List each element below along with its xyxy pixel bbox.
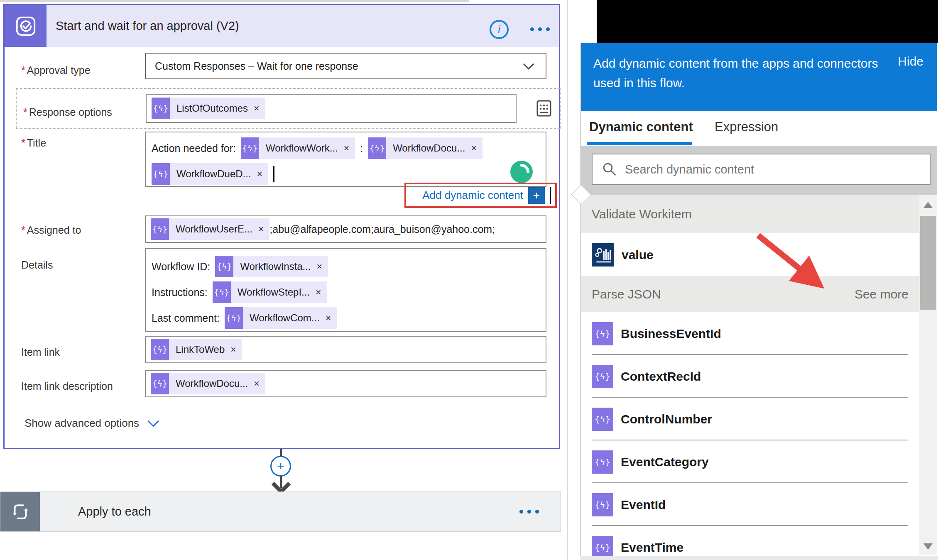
dynamic-token-icon: {ϟ} bbox=[368, 137, 386, 159]
search-input[interactable] bbox=[624, 162, 916, 177]
power-automate-designer: Start and wait for an approval (V2) i *A… bbox=[0, 0, 938, 560]
approval-type-value: Custom Responses – Wait for one response bbox=[146, 60, 358, 72]
item-link-description-input[interactable]: {ϟ}WorkflowDocu...× bbox=[145, 370, 546, 397]
dynamic-token-icon: {ϟ} bbox=[151, 373, 169, 394]
redacted-region bbox=[597, 0, 938, 43]
dynamic-token-icon: {ϟ} bbox=[241, 137, 259, 159]
title-chip-2[interactable]: {ϟ} WorkflowDocu... × bbox=[368, 137, 482, 159]
finops-connector-icon bbox=[592, 243, 614, 267]
response-options-input[interactable]: {ϟ} ListOfOutcomes × bbox=[146, 94, 517, 123]
show-advanced-options[interactable]: Show advanced options bbox=[24, 417, 160, 430]
apply-to-each-title: Apply to each bbox=[78, 505, 151, 518]
response-options-group: *Response options {ϟ} ListOfOutcomes × bbox=[16, 88, 561, 129]
see-more-link[interactable]: See more bbox=[855, 287, 909, 301]
hide-panel-button[interactable]: Hide bbox=[898, 54, 923, 68]
apply-to-each-more-options-icon[interactable] bbox=[519, 510, 539, 514]
details-line2-label: Instructions: bbox=[152, 286, 208, 298]
panel-bottom-strip bbox=[580, 556, 938, 560]
chevron-down-icon bbox=[522, 63, 535, 70]
details-line3-label: Last comment: bbox=[152, 312, 220, 324]
card-more-options-icon[interactable] bbox=[530, 27, 550, 31]
info-icon[interactable]: i bbox=[490, 20, 509, 39]
list-item-field[interactable]: {ϟ}EventTime bbox=[581, 526, 919, 560]
remove-chip-icon[interactable]: × bbox=[323, 313, 337, 324]
insert-step-button[interactable]: + bbox=[270, 456, 291, 477]
apply-to-each-card[interactable]: Apply to each bbox=[0, 492, 561, 532]
title-chip-1[interactable]: {ϟ} WorkflowWork... × bbox=[241, 137, 355, 159]
window-edge bbox=[0, 0, 469, 2]
title-label: *Title bbox=[21, 137, 46, 149]
panel-search-section bbox=[581, 146, 937, 195]
list-item-field[interactable]: {ϟ}ContextRecId bbox=[581, 355, 919, 398]
tab-dynamic-content[interactable]: Dynamic content bbox=[589, 120, 693, 134]
details-chip-1[interactable]: {ϟ}WorkflowInsta...× bbox=[215, 256, 328, 277]
action-title: Start and wait for an approval (V2) bbox=[56, 19, 239, 33]
group-header-parse-json: Parse JSON See more bbox=[581, 276, 919, 312]
add-dynamic-content-plus-button[interactable]: + bbox=[528, 187, 545, 204]
add-dynamic-content-annotation: Add dynamic content + bbox=[404, 183, 557, 208]
dynamic-token-icon: {ϟ} bbox=[592, 322, 613, 345]
apply-to-each-icon bbox=[0, 492, 40, 531]
scrollbar-thumb[interactable] bbox=[920, 216, 936, 310]
assigned-to-chip[interactable]: {ϟ} WorkflowUserE... × bbox=[151, 218, 269, 240]
text-cursor bbox=[550, 187, 551, 204]
remove-chip-icon[interactable]: × bbox=[313, 287, 327, 298]
dynamic-token-icon: {ϟ} bbox=[151, 339, 169, 360]
approval-card-header[interactable]: Start and wait for an approval (V2) i bbox=[5, 5, 559, 47]
item-link-description-chip[interactable]: {ϟ}WorkflowDocu...× bbox=[151, 373, 265, 394]
scroll-up-icon[interactable] bbox=[923, 202, 933, 208]
list-item-field[interactable]: {ϟ}EventCategory bbox=[581, 440, 919, 483]
panel-tabs: Dynamic content Expression bbox=[581, 111, 937, 146]
dynamic-token-icon: {ϟ} bbox=[152, 98, 170, 119]
active-tab-underline bbox=[587, 142, 692, 145]
details-input[interactable]: Workflow ID: {ϟ}WorkflowInsta...× Instru… bbox=[145, 248, 546, 332]
group-header-validate-workitem: Validate Workitem bbox=[581, 195, 919, 233]
dynamic-token-icon: {ϟ} bbox=[592, 450, 613, 474]
response-options-label: *Response options bbox=[23, 106, 112, 118]
tab-expression[interactable]: Expression bbox=[715, 120, 778, 134]
list-item-field[interactable]: {ϟ}EventId bbox=[581, 483, 919, 526]
details-chip-3[interactable]: {ϟ}WorkflowCom...× bbox=[225, 307, 337, 329]
dynamic-token-icon: {ϟ} bbox=[592, 408, 613, 431]
scroll-down-icon[interactable] bbox=[923, 543, 933, 550]
list-item-field[interactable]: {ϟ}BusinessEventId bbox=[581, 312, 919, 355]
dynamic-token-icon: {ϟ} bbox=[592, 365, 613, 388]
panel-scrollbar[interactable] bbox=[919, 195, 937, 555]
remove-chip-icon[interactable]: × bbox=[341, 143, 355, 154]
details-chip-2[interactable]: {ϟ}WorkflowStepI...× bbox=[213, 281, 327, 303]
approval-type-dropdown[interactable]: Custom Responses – Wait for one response bbox=[145, 53, 546, 79]
annotation-arrow bbox=[752, 230, 844, 303]
remove-chip-icon[interactable]: × bbox=[228, 344, 242, 355]
saving-spinner-icon bbox=[510, 161, 533, 185]
list-item-field[interactable]: {ϟ}ControlNumber bbox=[581, 398, 919, 440]
chevron-down-icon bbox=[147, 420, 160, 427]
item-link-chip[interactable]: {ϟ}LinkToWeb× bbox=[151, 339, 242, 360]
assigned-to-label: *Assigned to bbox=[21, 224, 81, 236]
remove-chip-icon[interactable]: × bbox=[255, 169, 268, 180]
title-chip-3[interactable]: {ϟ} WorkflowDueD... × bbox=[152, 163, 268, 185]
remove-chip-icon[interactable]: × bbox=[251, 378, 265, 389]
dynamic-token-icon: {ϟ} bbox=[151, 218, 169, 240]
remove-chip-icon[interactable]: × bbox=[468, 143, 482, 154]
dynamic-token-icon: {ϟ} bbox=[592, 536, 613, 559]
details-label: Details bbox=[21, 259, 53, 271]
panel-header-text: Add dynamic content from the apps and co… bbox=[593, 54, 901, 93]
remove-chip-icon[interactable]: × bbox=[314, 261, 328, 272]
add-dynamic-content-link[interactable]: Add dynamic content bbox=[422, 189, 523, 202]
response-options-chip[interactable]: {ϟ} ListOfOutcomes × bbox=[152, 98, 265, 119]
approvals-connector-icon bbox=[5, 5, 47, 47]
item-link-label: Item link bbox=[21, 346, 60, 358]
remove-chip-icon[interactable]: × bbox=[256, 224, 269, 235]
title-input[interactable]: Action needed for: {ϟ} WorkflowWork... ×… bbox=[145, 132, 546, 187]
item-link-description-label: Item link description bbox=[21, 380, 113, 392]
title-separator: : bbox=[360, 142, 363, 154]
details-line1-label: Workflow ID: bbox=[152, 261, 210, 273]
remove-chip-icon[interactable]: × bbox=[251, 103, 265, 114]
assigned-to-input[interactable]: {ϟ} WorkflowUserE... × ;abu@alfapeople.c… bbox=[145, 215, 546, 243]
panel-header: Add dynamic content from the apps and co… bbox=[581, 43, 937, 111]
search-box[interactable] bbox=[592, 154, 931, 185]
switch-to-input-entire-array-icon[interactable] bbox=[536, 98, 552, 120]
search-icon bbox=[602, 162, 617, 176]
item-link-input[interactable]: {ϟ}LinkToWeb× bbox=[145, 336, 546, 363]
list-item-value[interactable]: value bbox=[581, 233, 919, 276]
